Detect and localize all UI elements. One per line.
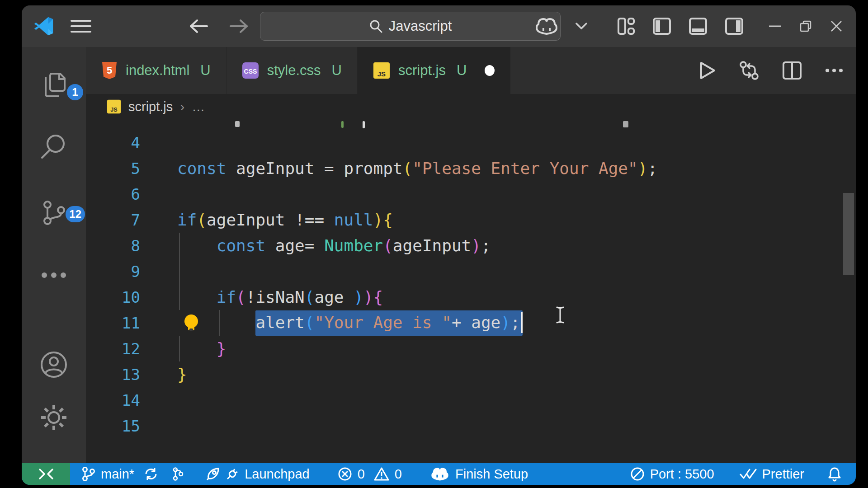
code-token: ageInput = prompt [226,159,402,178]
code-editor[interactable]: 45const ageInput = prompt("Please Enter … [86,119,856,463]
code-line-13[interactable]: 13} [86,361,856,387]
line-number: 14 [86,391,140,409]
code-line-12[interactable]: 12 } [86,336,856,361]
code-lines: 45const ageInput = prompt("Please Enter … [86,130,856,439]
code-token: } [177,365,187,384]
code-token: age= [265,236,324,255]
port-icon [630,467,645,481]
sync-icon [144,467,158,481]
code-token: ( [305,313,315,332]
code-token: null [334,211,373,229]
code-token: } [217,339,226,358]
line-number: 13 [86,366,140,384]
run-file-icon[interactable] [699,61,716,80]
git-graph-button[interactable] [165,466,191,482]
code-token: const [177,159,226,178]
unsaved-dot[interactable] [485,65,495,76]
rocket-icon [206,467,220,481]
code-token: ){ [373,211,393,229]
code-line-4[interactable]: 4 [86,130,856,155]
js-file-icon: JS [373,62,390,79]
toggle-primary-sidebar-icon[interactable] [652,17,671,35]
toggle-secondary-sidebar-icon[interactable] [725,17,744,35]
explorer-icon[interactable]: 1 [22,61,86,110]
copilot-status[interactable]: Finish Setup [423,466,535,482]
code-line-9[interactable]: 9 [86,258,856,284]
line-number: 4 [86,134,140,152]
code-token: ){ [363,288,383,306]
warning-count: 0 [395,467,402,482]
restore-button[interactable] [800,20,811,32]
code-token: const [217,236,265,255]
more-views-icon[interactable] [22,250,86,300]
copilot-status-icon [430,466,450,482]
lightbulb-icon[interactable] [182,314,201,333]
problems-status[interactable]: 0 0 [330,467,409,482]
breadcrumb[interactable]: JS script.js › … [86,94,856,119]
tab-bar: 5 index.html U CSS style.css U JS s [86,47,856,94]
errors-icon [338,467,352,481]
plug-icon [226,467,239,481]
settings-gear-icon[interactable] [22,393,86,442]
editor-scrollbar[interactable] [843,193,854,275]
code-line-8[interactable]: 8 const age= Number(ageInput); [86,233,856,258]
formatter-label: Prettier [762,467,804,482]
line-number: 12 [86,340,140,358]
tab-script-js[interactable]: JS script.js U [358,47,510,94]
code-token: ) [638,159,648,178]
customize-layout-icon[interactable] [617,17,635,35]
code-token: "Your Age is " [314,313,451,332]
code-token: ( [305,288,315,306]
accounts-icon[interactable] [22,340,86,389]
search-sidebar-icon[interactable] [22,122,86,171]
source-control-icon[interactable]: 12 [22,188,86,238]
forward-arrow-icon[interactable] [229,19,249,34]
code-line-15[interactable]: 15 [86,413,856,439]
code-token [177,288,217,306]
back-arrow-icon[interactable] [189,19,209,34]
open-changes-icon[interactable] [739,61,759,80]
tab-git-status: U [457,62,467,79]
command-center-search[interactable]: Javascript [260,12,561,41]
more-actions-icon[interactable] [825,68,843,73]
menu-hamburger-icon[interactable] [71,19,91,34]
code-token [177,236,217,255]
launchpad-button[interactable]: Launchpad [198,467,317,482]
tab-label: script.js [398,62,446,79]
breadcrumb-symbol[interactable]: … [192,99,205,114]
activity-bar: 1 12 [22,47,86,463]
git-branch-status[interactable]: main* [70,466,165,482]
breadcrumb-file[interactable]: script.js [128,99,173,114]
chevron-down-icon[interactable] [576,23,587,30]
code-line-6[interactable]: 6 [86,181,856,207]
code-line-14[interactable]: 14 [86,387,856,413]
search-text: Javascript [389,18,452,34]
line-number: 5 [86,160,140,178]
notifications-button[interactable] [821,466,843,482]
code-text: } [140,339,226,358]
port-status[interactable]: Port : 5500 [623,467,722,482]
formatter-status[interactable]: Prettier [732,467,811,482]
minimize-button[interactable] [769,25,781,27]
copilot-icon[interactable] [535,17,558,35]
code-token: ) [354,288,363,306]
code-token: ageInput !== [207,211,334,229]
explorer-badge: 1 [67,84,83,100]
tab-style-css[interactable]: CSS style.css U [226,47,358,94]
error-count: 0 [358,467,365,482]
remote-indicator[interactable] [22,463,70,485]
svg-text:5: 5 [107,65,112,76]
code-line-5[interactable]: 5const ageInput = prompt("Please Enter Y… [86,155,856,181]
code-token: ; [510,313,520,332]
toggle-panel-icon[interactable] [689,17,708,35]
remote-indicator-icon [38,468,54,480]
split-editor-icon[interactable] [783,61,802,80]
close-button[interactable] [830,20,842,32]
tab-index-html[interactable]: 5 index.html U [86,47,226,94]
code-token: ) [500,313,510,332]
git-branch-icon [82,466,95,482]
code-line-7[interactable]: 7if(ageInput !== null){ [86,207,856,233]
code-line-10[interactable]: 10 if(!isNaN(age )){ [86,284,856,310]
clipped-glyph-fragment [623,121,628,127]
code-line-11[interactable]: 11 alert("Your Age is "+ age); [86,310,856,336]
